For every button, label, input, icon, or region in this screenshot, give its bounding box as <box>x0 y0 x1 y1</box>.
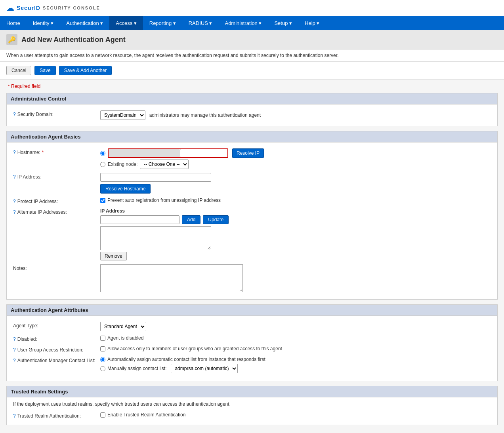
agent-type-select[interactable]: Standard Agent Unix Agent Windows Agent <box>100 322 146 331</box>
contact-list-control: Automatically assign automatic contact l… <box>100 357 491 375</box>
trusted-realm-section: Trusted Realm Settings If the deployment… <box>6 386 498 425</box>
alt-ip-remove-button[interactable]: Remove <box>100 252 127 260</box>
security-domain-select[interactable]: SystemDomain <box>100 110 145 120</box>
contact-list-manual-option: Manually assign contact list: admprsa.co… <box>100 364 491 373</box>
page-description: When a user attempts to gain access to a… <box>0 49 504 62</box>
ip-address-label: ? IP Address: <box>13 173 100 180</box>
contact-list-select[interactable]: admprsa.com (automatic) <box>171 364 238 373</box>
security-domain-note: administrators may manage this authentic… <box>149 112 261 118</box>
disabled-control: Agent is disabled <box>100 335 491 341</box>
hostname-row: ? Hostname: * Resolve IP <box>13 146 491 171</box>
hostname-input-first[interactable] <box>109 149 180 157</box>
page-title: Add New Authentication Agent <box>21 36 126 44</box>
contact-list-auto-option: Automatically assign automatic contact l… <box>100 357 491 362</box>
hostname-input-wrap <box>108 148 228 158</box>
user-group-help-icon[interactable]: ? <box>13 347 16 353</box>
contact-list-auto-label[interactable]: Automatically assign automatic contact l… <box>100 357 491 362</box>
admin-control-header: Administrative Control <box>7 93 497 104</box>
disabled-checkbox-label[interactable]: Agent is disabled <box>100 335 491 341</box>
nav-setup[interactable]: Setup ▾ <box>268 16 298 30</box>
nav-reporting[interactable]: Reporting ▾ <box>143 16 182 30</box>
alt-ip-input-row: Add Update <box>100 215 491 224</box>
agent-basics-section: Authentication Agent Basics ? Hostname: … <box>6 131 498 300</box>
nav-identity[interactable]: Identity ▾ <box>27 16 60 30</box>
security-domain-control: SystemDomain administrators may manage t… <box>100 110 491 120</box>
contact-list-row: ? Authentication Manager Contact List: A… <box>13 355 491 377</box>
notes-row: Notes: <box>13 262 491 295</box>
resolve-hostname-button[interactable]: Resolve Hostname <box>100 184 151 194</box>
alt-ip-update-button[interactable]: Update <box>203 215 229 224</box>
logo-text: SecurID <box>17 5 40 11</box>
disabled-label: ? Disabled: <box>13 335 100 342</box>
security-domain-label: ? Security Domain: <box>13 110 100 117</box>
nav-bar: Home Identity ▾ Authentication ▾ Access … <box>0 16 504 30</box>
contact-list-manual-label[interactable]: Manually assign contact list: admprsa.co… <box>100 364 491 373</box>
contact-list-manual-radio[interactable] <box>100 366 105 371</box>
contact-list-help-icon[interactable]: ? <box>13 358 16 363</box>
nav-home[interactable]: Home <box>0 16 27 30</box>
alt-ip-list[interactable] <box>100 226 211 250</box>
page-header: 🔑 Add New Authentication Agent <box>0 30 504 49</box>
disabled-row: ? Disabled: Agent is disabled <box>13 333 491 344</box>
hostname-input-second[interactable] <box>180 149 227 157</box>
agent-attributes-section: Authentication Agent Attributes Agent Ty… <box>6 304 498 381</box>
alt-ip-input[interactable] <box>100 215 179 224</box>
hostname-control: Resolve IP Existing node: -- Choose One … <box>100 148 491 169</box>
existing-node-select[interactable]: -- Choose One -- <box>140 160 189 169</box>
agent-type-control: Standard Agent Unix Agent Windows Agent <box>100 322 491 331</box>
agent-attributes-body: Agent Type: Standard Agent Unix Agent Wi… <box>7 316 497 381</box>
resolve-ip-button[interactable]: Resolve IP <box>232 148 264 158</box>
nav-help[interactable]: Help ▾ <box>298 16 326 30</box>
alt-ip-row: ? Alternate IP Addresses: IP Address Add… <box>13 206 491 262</box>
required-note: * Required field <box>6 84 498 89</box>
agent-basics-header: Authentication Agent Basics <box>7 131 497 142</box>
nav-access[interactable]: Access ▾ <box>109 16 143 30</box>
trusted-realm-description: If the deployment uses trusted realms, s… <box>13 401 491 407</box>
trusted-realm-checkbox-label[interactable]: Enable Trusted Realm Authentication <box>100 412 491 418</box>
ip-address-input[interactable] <box>100 173 211 182</box>
hostname-radio-existing[interactable] <box>100 162 105 167</box>
alt-ip-section: IP Address Add Update Remove <box>100 208 491 260</box>
alt-ip-add-button[interactable]: Add <box>182 215 200 224</box>
protect-ip-label: ? Protect IP Address: <box>13 198 100 204</box>
notes-textarea[interactable] <box>100 264 243 292</box>
save-button-top[interactable]: Save <box>34 66 55 75</box>
existing-node-label: Existing node: <box>108 161 137 167</box>
content-area: 🔑 Add New Authentication Agent When a us… <box>0 30 504 433</box>
hostname-radio-new[interactable] <box>100 151 105 156</box>
protect-ip-control: Prevent auto registration from unassigni… <box>100 198 491 203</box>
nav-administration[interactable]: Administration ▾ <box>218 16 268 30</box>
protect-ip-help-icon[interactable]: ? <box>13 199 16 204</box>
existing-node-row: Existing node: -- Choose One -- <box>100 160 491 169</box>
alt-ip-help-icon[interactable]: ? <box>13 209 16 215</box>
notes-control <box>100 264 491 293</box>
save-add-button-top[interactable]: Save & Add Another <box>59 66 112 75</box>
logo-cloud-icon: ☁ <box>6 3 14 13</box>
trusted-realm-checkbox[interactable] <box>100 412 105 418</box>
ip-input-row <box>100 173 491 182</box>
hostname-help-icon[interactable]: ? <box>13 150 16 155</box>
contact-list-auto-radio[interactable] <box>100 357 105 362</box>
notes-label: Notes: <box>13 264 100 271</box>
logo-sub: SECURITY CONSOLE <box>43 6 100 10</box>
trusted-realm-header: Trusted Realm Settings <box>7 386 497 397</box>
cancel-button-top[interactable]: Cancel <box>6 66 31 75</box>
trusted-realm-body: If the deployment uses trusted realms, s… <box>7 397 497 425</box>
ip-address-help-icon[interactable]: ? <box>13 174 16 180</box>
security-domain-help-icon[interactable]: ? <box>13 112 16 117</box>
admin-control-body: ? Security Domain: SystemDomain administ… <box>7 104 497 126</box>
agent-type-label: Agent Type: <box>13 322 100 329</box>
disabled-help-icon[interactable]: ? <box>13 336 16 342</box>
user-group-control: Allow access only to members of user gro… <box>100 346 491 351</box>
page-header-icon: 🔑 <box>6 34 17 45</box>
protect-ip-checkbox-label[interactable]: Prevent auto registration from unassigni… <box>100 198 491 203</box>
user-group-checkbox[interactable] <box>100 346 105 351</box>
top-action-bar: Cancel Save Save & Add Another <box>0 62 504 80</box>
trusted-realm-help-icon[interactable]: ? <box>13 413 16 419</box>
ip-address-control: Resolve Hostname <box>100 173 491 194</box>
protect-ip-checkbox[interactable] <box>100 198 105 203</box>
user-group-checkbox-label[interactable]: Allow access only to members of user gro… <box>100 346 491 351</box>
nav-radius[interactable]: RADIUS ▾ <box>182 16 219 30</box>
nav-authentication[interactable]: Authentication ▾ <box>60 16 109 30</box>
disabled-checkbox[interactable] <box>100 336 105 341</box>
